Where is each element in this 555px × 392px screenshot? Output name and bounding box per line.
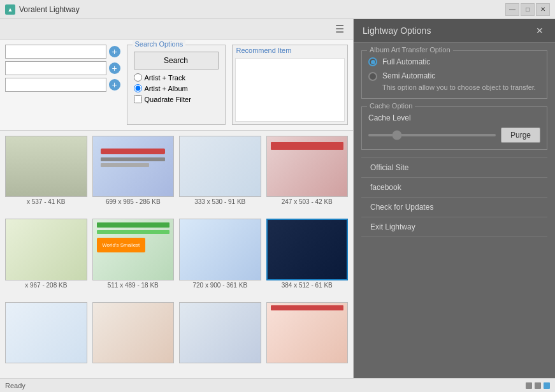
search-options-title: Search Options [133,40,186,48]
search-input-2[interactable] [5,61,106,75]
title-bar-left: ▲ Voralent Lightway [5,4,80,15]
add-button-2[interactable]: + [109,62,120,74]
quadrate-filter-checkbox[interactable] [134,95,142,103]
thumbnail-image [179,302,261,363]
full-auto-radio[interactable] [368,57,377,66]
semi-auto-radio[interactable] [368,72,377,81]
radio-artist-album: Artist + Album [134,84,219,92]
radio-artist-album-input[interactable] [134,84,142,92]
semi-auto-desc: This option allow you to choose object t… [382,83,536,92]
app-title: Voralent Lightway [19,5,80,14]
semi-automatic-option[interactable]: Semi Automatic This option allow you to … [368,71,540,92]
cache-option-title: Cache Option [367,102,415,110]
thumbnail-image [92,302,175,363]
list-item[interactable] [5,302,87,373]
thumbnail-image [266,136,349,197]
thumbnail-grid: x 537 - 41 KB 699 x 985 - 286 KB 333 x 5… [0,131,353,378]
search-input-1[interactable] [5,45,106,59]
thumbnail-image [5,302,87,363]
search-input-section: + + + [5,45,120,125]
full-auto-label: Full Automatic [382,57,430,66]
search-options-box: Search Options Search Artist + Track Art… [127,45,226,125]
options-panel: Lightway Options ✕ Album Art Transfer Op… [354,19,555,378]
search-input-3[interactable] [5,78,106,92]
list-item[interactable]: x 967 - 208 KB [5,219,87,296]
thumbnail-image [92,136,175,197]
status-text: Ready [5,382,25,389]
menu-item-official-site[interactable]: Official Site [361,157,547,177]
close-button[interactable]: ✕ [536,3,550,16]
add-button-1[interactable]: + [109,46,120,57]
status-icon-3 [544,382,550,389]
list-item[interactable]: x 537 - 41 KB [5,136,87,214]
main-layout: ☰ + + + Search Options [0,19,555,378]
list-item[interactable]: 333 x 530 - 91 KB [179,136,261,214]
list-item[interactable] [92,302,175,373]
toolbar: ☰ [0,19,353,40]
purge-button[interactable]: Purge [501,127,540,143]
list-item[interactable]: 720 x 900 - 361 KB [179,219,261,296]
maximize-button[interactable]: □ [521,3,535,16]
left-panel: ☰ + + + Search Options [0,19,354,378]
menu-item-facebook[interactable]: facebook [361,177,547,197]
cache-level-label: Cache Level [368,113,540,122]
thumbnail-image [179,219,261,280]
search-row-2: + [5,61,120,75]
thumb-label: 720 x 900 - 361 KB [192,282,247,289]
status-bar: Ready [0,378,555,392]
album-art-title: Album Art Transfer Option [367,46,453,54]
menu-item-check-updates[interactable]: Check for Updates [361,197,547,217]
search-row-1: + [5,45,120,59]
quadrate-filter-option: Quadrate Filter [134,95,219,103]
search-area: + + + Search Options Search Artist + Tra… [0,40,353,131]
thumbnail-image [179,136,261,197]
list-item[interactable]: 384 x 512 - 61 KB [266,219,349,296]
thumbnail-image [266,302,349,363]
thumb-label: 333 x 530 - 91 KB [194,198,245,205]
thumb-label: x 537 - 41 KB [27,198,66,205]
list-item[interactable] [266,302,349,373]
thumb-label: 699 x 985 - 286 KB [106,198,161,205]
radio-artist-track-input[interactable] [134,73,142,82]
thumbnail-image [5,136,87,197]
status-icon-1 [526,382,532,389]
thumb-label: 511 x 489 - 18 KB [108,282,159,289]
list-item[interactable]: 699 x 985 - 286 KB [92,136,175,214]
cache-level-slider[interactable] [368,134,496,136]
album-art-group: Album Art Transfer Option Full Automatic… [361,50,547,99]
search-row-3: + [5,78,120,92]
minimize-button[interactable]: — [505,3,519,16]
thumbnail-image: World's Smallest [92,219,175,280]
full-automatic-option[interactable]: Full Automatic [368,57,540,66]
radio-artist-album-label: Artist + Album [145,85,188,92]
list-item[interactable] [179,302,261,373]
recommend-box: Recommend Item [232,45,349,125]
radio-artist-track-label: Artist + Track [145,74,186,82]
options-content: Album Art Transfer Option Full Automatic… [354,43,555,378]
radio-artist-track: Artist + Track [134,73,219,82]
title-bar: ▲ Voralent Lightway — □ ✕ [0,0,555,19]
semi-auto-label: Semi Automatic [382,71,536,80]
app-icon: ▲ [5,4,15,15]
thumbnail-image [5,219,87,280]
recommend-content [235,58,345,122]
menu-button[interactable]: ☰ [331,22,348,36]
list-item[interactable]: 247 x 503 - 42 KB [266,136,349,214]
options-close-button[interactable]: ✕ [533,25,546,36]
thumb-label: 384 x 512 - 61 KB [282,282,333,289]
search-button[interactable]: Search [134,52,219,69]
add-button-3[interactable]: + [109,79,120,91]
menu-items: Official Site facebook Check for Updates… [361,157,547,237]
window-controls: — □ ✕ [505,3,550,16]
status-icon-2 [535,382,541,389]
thumb-label: x 967 - 208 KB [25,282,67,289]
quadrate-filter-label: Quadrate Filter [145,96,191,103]
options-header: Lightway Options ✕ [354,19,555,43]
thumb-label: 247 x 503 - 42 KB [282,198,333,205]
list-item[interactable]: World's Smallest 511 x 489 - 18 KB [92,219,175,296]
menu-item-exit[interactable]: Exit Lightway [361,217,547,237]
options-title: Lightway Options [363,25,431,36]
thumbnail-image [266,219,349,280]
recommend-title: Recommend Item [233,45,348,55]
status-icons [526,382,550,389]
